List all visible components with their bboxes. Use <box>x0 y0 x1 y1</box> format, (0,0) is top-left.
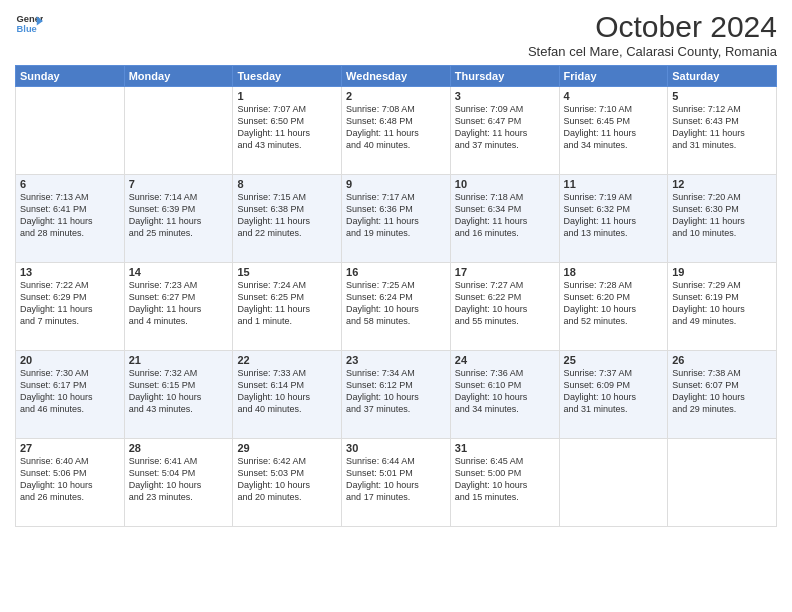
calendar-cell: 15Sunrise: 7:24 AM Sunset: 6:25 PM Dayli… <box>233 263 342 351</box>
day-number: 31 <box>455 442 555 454</box>
day-number: 12 <box>672 178 772 190</box>
header-day-monday: Monday <box>124 66 233 87</box>
calendar-cell: 28Sunrise: 6:41 AM Sunset: 5:04 PM Dayli… <box>124 439 233 527</box>
day-number: 14 <box>129 266 229 278</box>
header-day-saturday: Saturday <box>668 66 777 87</box>
day-details: Sunrise: 7:24 AM Sunset: 6:25 PM Dayligh… <box>237 280 310 326</box>
day-number: 30 <box>346 442 446 454</box>
day-number: 24 <box>455 354 555 366</box>
day-details: Sunrise: 7:23 AM Sunset: 6:27 PM Dayligh… <box>129 280 202 326</box>
day-details: Sunrise: 7:27 AM Sunset: 6:22 PM Dayligh… <box>455 280 528 326</box>
day-details: Sunrise: 7:32 AM Sunset: 6:15 PM Dayligh… <box>129 368 202 414</box>
calendar-cell <box>16 87 125 175</box>
day-details: Sunrise: 7:19 AM Sunset: 6:32 PM Dayligh… <box>564 192 637 238</box>
calendar-cell: 4Sunrise: 7:10 AM Sunset: 6:45 PM Daylig… <box>559 87 668 175</box>
day-number: 13 <box>20 266 120 278</box>
day-number: 5 <box>672 90 772 102</box>
calendar-cell: 19Sunrise: 7:29 AM Sunset: 6:19 PM Dayli… <box>668 263 777 351</box>
calendar-cell: 7Sunrise: 7:14 AM Sunset: 6:39 PM Daylig… <box>124 175 233 263</box>
day-details: Sunrise: 7:38 AM Sunset: 6:07 PM Dayligh… <box>672 368 745 414</box>
calendar-cell: 24Sunrise: 7:36 AM Sunset: 6:10 PM Dayli… <box>450 351 559 439</box>
header: General Blue October 2024 Stefan cel Mar… <box>15 10 777 59</box>
calendar-cell: 20Sunrise: 7:30 AM Sunset: 6:17 PM Dayli… <box>16 351 125 439</box>
day-details: Sunrise: 6:40 AM Sunset: 5:06 PM Dayligh… <box>20 456 93 502</box>
day-details: Sunrise: 6:42 AM Sunset: 5:03 PM Dayligh… <box>237 456 310 502</box>
calendar-cell: 17Sunrise: 7:27 AM Sunset: 6:22 PM Dayli… <box>450 263 559 351</box>
day-details: Sunrise: 6:45 AM Sunset: 5:00 PM Dayligh… <box>455 456 528 502</box>
day-details: Sunrise: 7:30 AM Sunset: 6:17 PM Dayligh… <box>20 368 93 414</box>
day-number: 7 <box>129 178 229 190</box>
week-row-2: 6Sunrise: 7:13 AM Sunset: 6:41 PM Daylig… <box>16 175 777 263</box>
calendar-cell: 16Sunrise: 7:25 AM Sunset: 6:24 PM Dayli… <box>342 263 451 351</box>
day-details: Sunrise: 7:28 AM Sunset: 6:20 PM Dayligh… <box>564 280 637 326</box>
day-number: 29 <box>237 442 337 454</box>
week-row-3: 13Sunrise: 7:22 AM Sunset: 6:29 PM Dayli… <box>16 263 777 351</box>
calendar-cell <box>668 439 777 527</box>
calendar-cell: 11Sunrise: 7:19 AM Sunset: 6:32 PM Dayli… <box>559 175 668 263</box>
day-details: Sunrise: 7:17 AM Sunset: 6:36 PM Dayligh… <box>346 192 419 238</box>
day-number: 18 <box>564 266 664 278</box>
day-details: Sunrise: 7:12 AM Sunset: 6:43 PM Dayligh… <box>672 104 745 150</box>
day-number: 25 <box>564 354 664 366</box>
day-details: Sunrise: 7:29 AM Sunset: 6:19 PM Dayligh… <box>672 280 745 326</box>
day-details: Sunrise: 7:36 AM Sunset: 6:10 PM Dayligh… <box>455 368 528 414</box>
day-details: Sunrise: 6:41 AM Sunset: 5:04 PM Dayligh… <box>129 456 202 502</box>
day-details: Sunrise: 7:18 AM Sunset: 6:34 PM Dayligh… <box>455 192 528 238</box>
day-number: 27 <box>20 442 120 454</box>
day-number: 19 <box>672 266 772 278</box>
calendar-cell: 1Sunrise: 7:07 AM Sunset: 6:50 PM Daylig… <box>233 87 342 175</box>
day-number: 15 <box>237 266 337 278</box>
week-row-4: 20Sunrise: 7:30 AM Sunset: 6:17 PM Dayli… <box>16 351 777 439</box>
calendar-cell: 6Sunrise: 7:13 AM Sunset: 6:41 PM Daylig… <box>16 175 125 263</box>
day-number: 8 <box>237 178 337 190</box>
header-day-sunday: Sunday <box>16 66 125 87</box>
day-details: Sunrise: 7:14 AM Sunset: 6:39 PM Dayligh… <box>129 192 202 238</box>
day-details: Sunrise: 7:33 AM Sunset: 6:14 PM Dayligh… <box>237 368 310 414</box>
subtitle: Stefan cel Mare, Calarasi County, Romani… <box>528 44 777 59</box>
week-row-1: 1Sunrise: 7:07 AM Sunset: 6:50 PM Daylig… <box>16 87 777 175</box>
calendar-cell: 26Sunrise: 7:38 AM Sunset: 6:07 PM Dayli… <box>668 351 777 439</box>
calendar-table: SundayMondayTuesdayWednesdayThursdayFrid… <box>15 65 777 527</box>
calendar-cell: 22Sunrise: 7:33 AM Sunset: 6:14 PM Dayli… <box>233 351 342 439</box>
calendar-cell: 21Sunrise: 7:32 AM Sunset: 6:15 PM Dayli… <box>124 351 233 439</box>
calendar-cell <box>124 87 233 175</box>
calendar-page: General Blue October 2024 Stefan cel Mar… <box>0 0 792 612</box>
calendar-cell: 5Sunrise: 7:12 AM Sunset: 6:43 PM Daylig… <box>668 87 777 175</box>
day-number: 10 <box>455 178 555 190</box>
day-details: Sunrise: 7:13 AM Sunset: 6:41 PM Dayligh… <box>20 192 93 238</box>
day-details: Sunrise: 7:08 AM Sunset: 6:48 PM Dayligh… <box>346 104 419 150</box>
day-number: 6 <box>20 178 120 190</box>
day-number: 26 <box>672 354 772 366</box>
calendar-cell: 31Sunrise: 6:45 AM Sunset: 5:00 PM Dayli… <box>450 439 559 527</box>
calendar-cell: 27Sunrise: 6:40 AM Sunset: 5:06 PM Dayli… <box>16 439 125 527</box>
calendar-cell: 2Sunrise: 7:08 AM Sunset: 6:48 PM Daylig… <box>342 87 451 175</box>
calendar-cell: 29Sunrise: 6:42 AM Sunset: 5:03 PM Dayli… <box>233 439 342 527</box>
day-details: Sunrise: 7:22 AM Sunset: 6:29 PM Dayligh… <box>20 280 93 326</box>
header-day-thursday: Thursday <box>450 66 559 87</box>
logo-icon: General Blue <box>15 10 43 38</box>
day-number: 17 <box>455 266 555 278</box>
day-details: Sunrise: 7:20 AM Sunset: 6:30 PM Dayligh… <box>672 192 745 238</box>
month-title: October 2024 <box>528 10 777 44</box>
day-details: Sunrise: 7:37 AM Sunset: 6:09 PM Dayligh… <box>564 368 637 414</box>
header-row: SundayMondayTuesdayWednesdayThursdayFrid… <box>16 66 777 87</box>
calendar-cell: 12Sunrise: 7:20 AM Sunset: 6:30 PM Dayli… <box>668 175 777 263</box>
day-number: 3 <box>455 90 555 102</box>
logo: General Blue <box>15 10 43 38</box>
calendar-cell: 18Sunrise: 7:28 AM Sunset: 6:20 PM Dayli… <box>559 263 668 351</box>
title-block: October 2024 Stefan cel Mare, Calarasi C… <box>528 10 777 59</box>
day-details: Sunrise: 6:44 AM Sunset: 5:01 PM Dayligh… <box>346 456 419 502</box>
header-day-tuesday: Tuesday <box>233 66 342 87</box>
day-details: Sunrise: 7:34 AM Sunset: 6:12 PM Dayligh… <box>346 368 419 414</box>
day-number: 23 <box>346 354 446 366</box>
week-row-5: 27Sunrise: 6:40 AM Sunset: 5:06 PM Dayli… <box>16 439 777 527</box>
day-number: 28 <box>129 442 229 454</box>
calendar-cell: 30Sunrise: 6:44 AM Sunset: 5:01 PM Dayli… <box>342 439 451 527</box>
day-details: Sunrise: 7:09 AM Sunset: 6:47 PM Dayligh… <box>455 104 528 150</box>
calendar-cell: 23Sunrise: 7:34 AM Sunset: 6:12 PM Dayli… <box>342 351 451 439</box>
calendar-cell: 25Sunrise: 7:37 AM Sunset: 6:09 PM Dayli… <box>559 351 668 439</box>
day-number: 9 <box>346 178 446 190</box>
day-details: Sunrise: 7:10 AM Sunset: 6:45 PM Dayligh… <box>564 104 637 150</box>
day-number: 21 <box>129 354 229 366</box>
day-number: 22 <box>237 354 337 366</box>
